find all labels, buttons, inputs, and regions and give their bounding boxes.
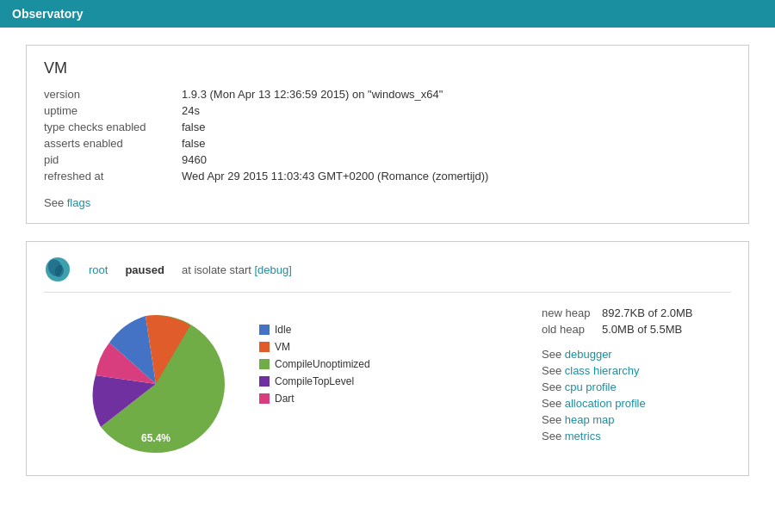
vm-table: version1.9.3 (Mon Apr 13 12:36:59 2015) … [44, 86, 488, 184]
isolate-icon [44, 256, 71, 283]
links-section: See debuggerSee class hierarchySee cpu p… [542, 348, 731, 446]
old-heap-row: old heap 5.0MB of 5.5MB [542, 323, 731, 336]
chart-legend: IdleVMCompileUnoptimizedCompileTopLevelD… [259, 306, 370, 405]
vm-field-value: Wed Apr 29 2015 11:03:43 GMT+0200 (Roman… [182, 168, 488, 184]
new-heap-label: new heap [542, 306, 593, 319]
vm-field-value: 9460 [182, 152, 488, 168]
vm-field-row: refreshed atWed Apr 29 2015 11:03:43 GMT… [44, 168, 488, 184]
vm-field-row: version1.9.3 (Mon Apr 13 12:36:59 2015) … [44, 86, 488, 102]
vm-field-value: false [182, 119, 488, 135]
see-link-row: See class hierarchy [542, 364, 731, 377]
legend-label: CompileUnoptimized [275, 358, 370, 370]
legend-color-box [259, 325, 270, 335]
app-header: Observatory [0, 0, 775, 28]
see-link-prefix: See [542, 364, 565, 377]
see-link-anchor[interactable]: debugger [565, 348, 612, 361]
vm-field-label: pid [44, 152, 182, 168]
flags-link[interactable]: flags [67, 196, 90, 209]
see-link-row: See allocation profile [542, 397, 731, 410]
see-label: See [44, 196, 67, 209]
vm-field-label: version [44, 86, 182, 102]
see-link-prefix: See [542, 430, 565, 442]
see-link-row: See cpu profile [542, 380, 731, 393]
pie-chart-container: 65.4% [78, 306, 233, 461]
see-link-anchor[interactable]: heap map [565, 413, 615, 426]
see-link-prefix: See [542, 348, 565, 361]
new-heap-row: new heap 892.7KB of 2.0MB [542, 306, 731, 319]
vm-field-value: 1.9.3 (Mon Apr 13 12:36:59 2015) on "win… [182, 86, 488, 102]
see-link-anchor[interactable]: allocation profile [565, 397, 646, 410]
isolate-section: root paused at isolate start [debug] [26, 241, 749, 476]
vm-title: VM [44, 59, 731, 77]
vm-field-label: refreshed at [44, 168, 182, 184]
location-text: at isolate start [182, 263, 255, 276]
old-heap-value: 5.0MB of 5.5MB [602, 323, 682, 336]
new-heap-value: 892.7KB of 2.0MB [602, 306, 693, 319]
see-link-row: See heap map [542, 413, 731, 426]
see-link-prefix: See [542, 413, 565, 426]
legend-color-box [259, 359, 270, 369]
legend-item: CompileUnoptimized [259, 358, 370, 370]
vm-field-label: type checks enabled [44, 119, 182, 135]
see-link-anchor[interactable]: class hierarchy [565, 364, 640, 377]
isolate-status: paused [125, 263, 164, 276]
legend-color-box [259, 342, 270, 352]
see-link-row: See debugger [542, 348, 731, 361]
legend-label: Idle [275, 324, 291, 336]
main-content: VM version1.9.3 (Mon Apr 13 12:36:59 201… [0, 28, 775, 493]
vm-field-row: pid9460 [44, 152, 488, 168]
vm-field-row: uptime24s [44, 102, 488, 119]
right-panel: new heap 892.7KB of 2.0MB old heap 5.0MB… [542, 306, 731, 446]
legend-item: Dart [259, 393, 370, 405]
isolate-location: at isolate start [debug] [182, 263, 292, 276]
legend-item: VM [259, 341, 370, 353]
vm-field-label: uptime [44, 102, 182, 119]
debug-link[interactable]: [debug] [254, 263, 291, 276]
legend-label: CompileTopLevel [275, 375, 354, 387]
isolate-header: root paused at isolate start [debug] [44, 256, 731, 293]
see-link-row: See metrics [542, 430, 731, 442]
header-title: Observatory [12, 7, 83, 21]
legend-color-box [259, 376, 270, 387]
vm-field-row: asserts enabledfalse [44, 135, 488, 152]
pie-percentage-label: 65.4% [141, 432, 170, 444]
legend-label: Dart [275, 393, 294, 405]
see-link-prefix: See [542, 397, 565, 410]
legend-item: CompileTopLevel [259, 375, 370, 387]
vm-field-row: type checks enabledfalse [44, 119, 488, 135]
vm-section: VM version1.9.3 (Mon Apr 13 12:36:59 201… [26, 45, 749, 224]
vm-field-value: 24s [182, 102, 488, 119]
legend-label: VM [275, 341, 290, 353]
see-link-anchor[interactable]: cpu profile [565, 380, 617, 393]
see-link-anchor[interactable]: metrics [565, 430, 601, 442]
isolate-body: 65.4% IdleVMCompileUnoptimizedCompileTop… [44, 306, 731, 461]
vm-field-value: false [182, 135, 488, 152]
see-flags: See flags [44, 196, 731, 209]
see-link-prefix: See [542, 380, 565, 393]
old-heap-label: old heap [542, 323, 593, 336]
vm-field-label: asserts enabled [44, 135, 182, 152]
isolate-name-link[interactable]: root [89, 263, 108, 276]
legend-item: Idle [259, 324, 370, 336]
legend-color-box [259, 393, 270, 404]
